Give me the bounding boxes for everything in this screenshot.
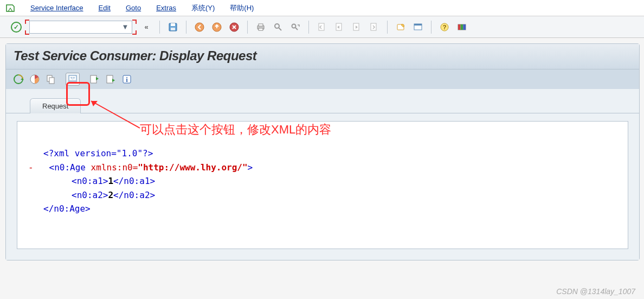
find-next-icon[interactable] [289,21,302,34]
focus-corner [25,20,29,24]
focus-corner [25,30,29,35]
svg-text:T|T: T|T [70,77,75,80]
save-icon[interactable] [166,21,179,34]
print-icon[interactable] [254,21,267,34]
application-toolbar: T|T i [6,69,639,89]
svg-rect-7 [259,24,263,26]
svg-text:i: i [126,75,128,84]
xml-line: <n0:a2>2</n0:a2> [72,188,617,202]
cancel-button-icon[interactable] [228,21,241,34]
xml-open-tag: <n0:a1> [72,176,108,186]
watermark: CSDN @1314lay_1007 [556,287,635,296]
xml-close-tag: </n0:a1> [113,176,155,186]
import-icon[interactable] [87,73,101,86]
first-page-icon[interactable] [315,21,329,34]
xml-line: </n0:Age> [43,202,617,216]
separator [247,21,248,34]
svg-rect-1 [171,23,175,26]
focus-corner [132,20,137,24]
menu-extras[interactable]: Extras [156,4,176,12]
svg-rect-25 [463,24,466,30]
svg-rect-19 [414,24,422,26]
back-button-icon[interactable] [193,21,206,34]
app-menu-icon[interactable] [5,3,15,13]
svg-text:?: ? [443,24,447,30]
content-panel: Test Service Consumer: Display Request T… [5,43,640,260]
exit-button-icon[interactable] [210,21,223,34]
xml-open-tag: <n0:Age [49,162,91,173]
info-icon[interactable]: i [120,73,134,86]
last-page-icon[interactable] [368,21,381,34]
find-icon[interactable] [272,21,285,34]
menu-help[interactable]: 帮助(H) [230,3,254,13]
copy-icon[interactable] [44,73,58,86]
svg-line-12 [295,28,298,30]
pie-icon[interactable] [28,73,42,86]
separator [308,21,309,34]
page-title: Test Service Consumer: Display Request [14,48,632,63]
editor-area: <?xml version="1.0"?> - <n0:Age xmlns:n0… [6,113,639,260]
enter-button[interactable]: ✓ [11,22,22,33]
svg-rect-30 [49,78,54,84]
menu-edit[interactable]: Edit [99,4,111,12]
command-dropdown-icon[interactable]: ▼ [120,22,130,32]
prev-page-icon[interactable] [333,21,346,34]
standard-toolbar: ✓ ▼ « ? [0,16,644,38]
help-icon[interactable]: ? [438,21,451,34]
separator [159,21,160,34]
layout-icon[interactable] [411,21,424,34]
svg-point-3 [195,23,204,31]
tab-request[interactable]: Request [30,98,81,113]
collapse-toggle[interactable]: - [28,162,34,173]
svg-line-10 [279,28,281,30]
menu-bar: Service Interface Edit Goto Extras 系统(Y)… [0,0,644,16]
separator [387,21,388,34]
xml-text: 1 [108,176,113,186]
tab-strip: Request [6,89,639,113]
color-legend-icon[interactable] [455,21,468,34]
separator [186,21,186,34]
menu-service-interface[interactable]: Service Interface [30,4,83,12]
command-input[interactable] [29,21,132,34]
export-icon[interactable] [104,73,118,86]
execute-icon[interactable] [11,73,25,86]
svg-rect-35 [91,75,96,83]
svg-rect-2 [171,28,175,30]
svg-rect-16 [371,23,376,30]
svg-rect-36 [107,75,113,83]
page-header: Test Service Consumer: Display Request [6,44,639,69]
svg-rect-23 [458,24,461,30]
svg-marker-27 [21,78,24,80]
separator [431,21,432,34]
xml-line: <?xml version="1.0"?> [43,147,617,161]
xml-line: - <n0:Age xmlns:n0="http://www.lhy.org/"… [28,161,617,175]
svg-rect-24 [461,24,463,30]
xml-editor-button[interactable]: T|T [66,73,80,86]
xml-text: 2 [108,190,113,200]
command-field-wrap: ▼ [26,21,136,34]
xml-attr-value: "http://www.lhy.org/" [138,162,247,173]
xml-line: <n0:a1>1</n0:a1> [72,174,617,188]
svg-point-11 [292,24,296,28]
xml-viewer: <?xml version="1.0"?> - <n0:Age xmlns:n0… [17,121,628,249]
xml-declaration: <?xml version="1.0"?> [43,148,153,158]
menu-goto[interactable]: Goto [126,4,141,12]
xml-close-tag: </n0:a2> [113,190,155,200]
xml-close-tag: </n0:Age> [43,203,91,214]
svg-point-9 [275,24,279,28]
xml-open-tag: <n0:a2> [72,190,108,200]
xml-attr-name: xmlns:n0= [91,162,138,173]
back-icon[interactable]: « [140,21,153,34]
xml-tag-end: > [248,162,253,173]
menu-system[interactable]: 系统(Y) [191,3,215,13]
next-page-icon[interactable] [350,21,363,34]
new-session-icon[interactable] [394,21,407,34]
svg-rect-8 [259,28,263,30]
focus-corner [132,30,137,35]
